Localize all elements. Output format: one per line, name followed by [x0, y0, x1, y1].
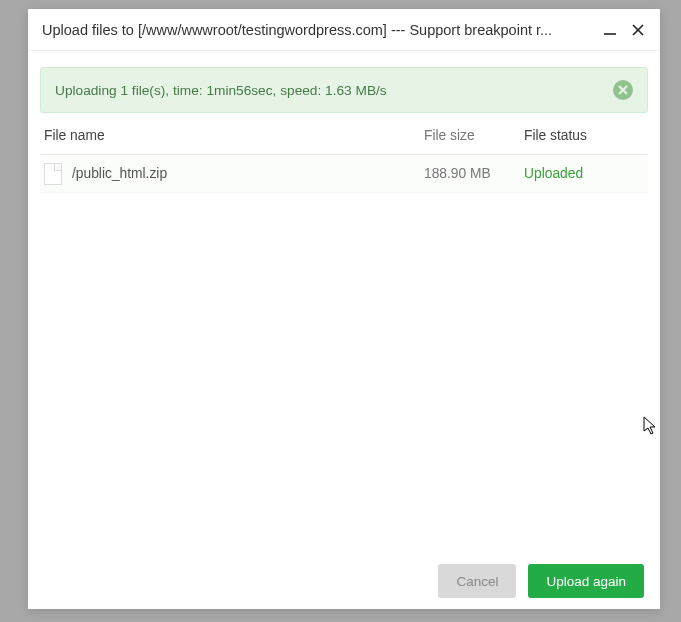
col-file-status: File status	[524, 128, 644, 143]
table-header: File name File size File status	[40, 117, 648, 155]
cancel-button[interactable]: Cancel	[438, 564, 516, 598]
modal-footer: Cancel Upload again	[28, 553, 660, 609]
close-button[interactable]	[626, 18, 650, 42]
titlebar: Upload files to [/www/wwwroot/testingwor…	[28, 9, 660, 51]
file-icon	[44, 163, 62, 185]
upload-modal: Upload files to [/www/wwwroot/testingwor…	[28, 9, 660, 609]
col-file-size: File size	[424, 128, 524, 143]
cell-file-size: 188.90 MB	[424, 166, 524, 181]
cell-file-name: /public_html.zip	[44, 163, 424, 185]
table-row: /public_html.zip 188.90 MB Uploaded	[40, 155, 648, 193]
file-table: File name File size File status /public_…	[40, 117, 648, 553]
file-name-text: /public_html.zip	[72, 166, 167, 181]
modal-body: Uploading 1 file(s), time: 1min56sec, sp…	[28, 51, 660, 553]
upload-status-alert: Uploading 1 file(s), time: 1min56sec, sp…	[40, 67, 648, 113]
cell-file-status: Uploaded	[524, 166, 644, 181]
alert-close-button[interactable]	[613, 80, 633, 100]
upload-status-text: Uploading 1 file(s), time: 1min56sec, sp…	[55, 83, 613, 98]
window-title: Upload files to [/www/wwwroot/testingwor…	[42, 22, 594, 38]
minimize-button[interactable]	[598, 18, 622, 42]
col-file-name: File name	[44, 128, 424, 143]
upload-again-button[interactable]: Upload again	[528, 564, 644, 598]
